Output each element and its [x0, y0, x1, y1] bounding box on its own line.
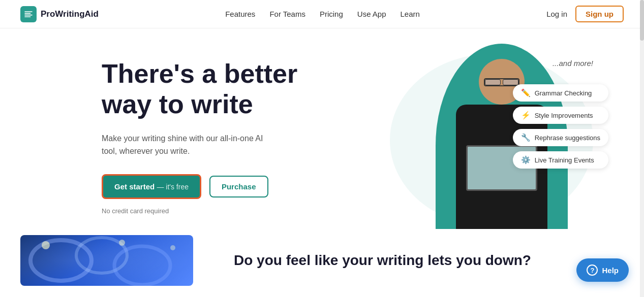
help-icon: ?	[587, 265, 598, 276]
scrollbar-thumb[interactable]	[640, 0, 644, 41]
pill-rephrase: 🔧 Rephrase suggestions	[513, 129, 608, 146]
svg-point-3	[42, 241, 50, 249]
pill-grammar: ✏️ Grammar Checking	[513, 84, 608, 102]
hero-subtitle: Make your writing shine with our all-in-…	[102, 132, 274, 158]
scrollbar-track[interactable]	[640, 0, 644, 297]
hero-content: There's a better way to write Make your …	[102, 54, 346, 215]
signup-button[interactable]: Sign up	[575, 6, 624, 22]
svg-point-0	[30, 240, 91, 281]
nav-features[interactable]: Features	[225, 10, 255, 18]
no-credit-text: No credit card required	[102, 207, 346, 215]
grammar-label: Grammar Checking	[535, 89, 592, 97]
starry-night-svg	[20, 235, 193, 286]
svg-point-4	[119, 240, 125, 246]
svg-point-5	[170, 245, 175, 250]
style-label: Style Improvements	[535, 112, 593, 119]
nav-learn[interactable]: Learn	[401, 10, 420, 18]
style-icon: ⚡	[521, 111, 531, 120]
logo-icon	[20, 6, 37, 22]
bottom-text-area: Do you feel like your writing lets you d…	[234, 251, 624, 270]
bottom-section: Do you feel like your writing lets you d…	[0, 235, 644, 286]
nav-use-app[interactable]: Use App	[357, 10, 386, 18]
grammar-icon: ✏️	[521, 88, 531, 97]
logo-text: ProWritingAid	[41, 9, 99, 19]
help-button[interactable]: ? Help	[576, 258, 629, 282]
and-more-label: ...and more!	[553, 59, 593, 68]
rephrase-icon: 🔧	[521, 133, 531, 142]
feature-pills: ✏️ Grammar Checking ⚡ Style Improvements…	[513, 84, 608, 169]
navbar: ProWritingAid Features For Teams Pricing…	[0, 0, 644, 28]
navbar-links: Features For Teams Pricing Use App Learn	[225, 10, 420, 18]
login-button[interactable]: Log in	[546, 10, 567, 18]
rephrase-label: Rephrase suggestions	[535, 134, 600, 142]
training-label: Live Training Events	[535, 156, 594, 164]
purchase-button[interactable]: Purchase	[209, 176, 268, 197]
hero-buttons: Get started — it's free Purchase	[102, 174, 346, 199]
logo[interactable]: ProWritingAid	[20, 6, 99, 22]
free-text: — it's free	[157, 183, 189, 191]
hero-title: There's a better way to write	[102, 59, 346, 120]
nav-pricing[interactable]: Pricing	[320, 10, 343, 18]
pill-style: ⚡ Style Improvements	[513, 107, 608, 124]
navbar-actions: Log in Sign up	[546, 6, 624, 22]
nav-for-teams[interactable]: For Teams	[269, 10, 305, 18]
bottom-title: Do you feel like your writing lets you d…	[234, 251, 624, 270]
hero-image-area: ⭐ ...and more! ✏️ Grammar Checking ⚡ Sty…	[339, 44, 624, 235]
bottom-image	[20, 235, 193, 286]
hero-section: There's a better way to write Make your …	[0, 28, 644, 235]
get-started-button[interactable]: Get started — it's free	[102, 174, 201, 199]
training-icon: ⚙️	[521, 155, 531, 164]
pill-training: ⚙️ Live Training Events	[513, 151, 608, 169]
help-label: Help	[602, 266, 619, 275]
